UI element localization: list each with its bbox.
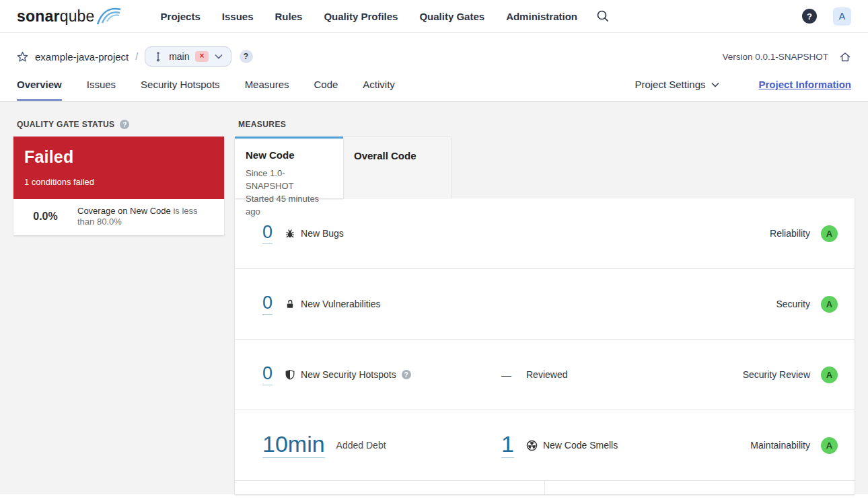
new-code-period: Since 1.0-SNAPSHOT Started 45 minutes ag… <box>246 167 332 218</box>
new-code-smells-count-link[interactable]: 1 <box>501 432 514 459</box>
question-icon: ? <box>122 121 127 128</box>
nav-item-administration[interactable]: Administration <box>506 11 577 22</box>
tab-code[interactable]: Code <box>314 75 338 101</box>
new-code-smells-label: New Code Smells <box>543 440 618 451</box>
nav-item-quality-profiles[interactable]: Quality Profiles <box>324 11 398 22</box>
reviewed-label: Reviewed <box>526 369 567 380</box>
tab-measures[interactable]: Measures <box>245 75 289 101</box>
new-code-tab-label: New Code <box>246 149 332 161</box>
new-bugs-label: New Bugs <box>301 228 344 239</box>
project-tabs-row: Overview Issues Security Hotspots Measur… <box>17 75 851 101</box>
bug-icon <box>285 228 295 239</box>
quality-gate-conditions-summary: 1 conditions failed <box>24 177 213 187</box>
new-vulnerabilities-count-link[interactable]: 0 <box>262 293 273 314</box>
added-debt-link[interactable]: 10min <box>262 432 325 459</box>
branch-name: main <box>169 51 189 62</box>
project-information-link[interactable]: Project Information <box>758 79 851 90</box>
navbar-right: ? A <box>802 7 851 26</box>
tabs-right-actions: Project Settings Project Information <box>635 79 851 97</box>
new-hotspots-label: New Security Hotspots <box>301 369 396 380</box>
logo-swoosh-icon <box>96 3 122 25</box>
quality-gate-panel: Failed 1 conditions failed 0.0% Coverage… <box>13 137 224 235</box>
project-header: example-java-project / main × ? Version … <box>0 33 868 102</box>
branch-failed-badge: × <box>195 51 208 62</box>
measures-column: MEASURES New Code Since 1.0-SNAPSHOT Sta… <box>235 120 855 494</box>
code-smells-group: 1 New Code Smells <box>501 432 618 459</box>
duplications-cell-partial <box>545 481 855 494</box>
logo-text: sonarqube <box>17 6 95 26</box>
favorite-button[interactable] <box>17 51 28 63</box>
new-code-tab[interactable]: New Code Since 1.0-SNAPSHOT Started 45 m… <box>235 137 343 198</box>
security-label: Security <box>776 299 810 309</box>
condition-value: 0.0% <box>13 210 77 223</box>
breadcrumb: example-java-project / main × ? Version … <box>17 45 851 68</box>
new-bugs-count-link[interactable]: 0 <box>262 223 273 243</box>
logo-light: qube <box>60 7 95 25</box>
project-settings-button[interactable]: Project Settings <box>635 79 719 90</box>
new-code-since: Since 1.0-SNAPSHOT <box>246 167 332 192</box>
nav-item-issues[interactable]: Issues <box>222 11 254 22</box>
quality-gate-title: QUALITY GATE STATUS ? <box>17 120 224 129</box>
homepage-button[interactable] <box>839 51 851 63</box>
tab-activity[interactable]: Activity <box>363 75 395 101</box>
tab-issues[interactable]: Issues <box>87 75 116 101</box>
nav-item-quality-gates[interactable]: Quality Gates <box>419 11 484 22</box>
avatar[interactable]: A <box>833 7 851 26</box>
maintainability-label: Maintainability <box>750 440 810 451</box>
reliability-rating-badge[interactable]: A <box>821 225 838 242</box>
overall-code-tab-label: Overall Code <box>354 150 440 161</box>
header-right: Version 0.0.1-SNAPSHOT <box>722 51 851 63</box>
search-button[interactable] <box>596 9 610 23</box>
security-rating-badge[interactable]: A <box>821 296 838 313</box>
star-icon <box>17 51 28 63</box>
security-review-rating-badge[interactable]: A <box>821 367 838 383</box>
search-icon <box>596 9 610 23</box>
help-icon: ? <box>807 11 812 22</box>
tab-security-hotspots[interactable]: Security Hotspots <box>141 75 220 101</box>
nav-item-projects[interactable]: Projects <box>161 11 201 22</box>
measures-panel: 0 <box>235 198 855 494</box>
open-lock-icon <box>285 299 295 309</box>
tab-overview[interactable]: Overview <box>17 75 62 101</box>
condition-description: Coverage on New Code is less than 80.0% <box>77 206 215 227</box>
chevron-down-icon <box>215 54 223 59</box>
top-navbar: sonarqube Projects Issues Rules Quality … <box>0 0 868 33</box>
hotspots-reviewed: — Reviewed <box>501 369 567 381</box>
reliability-rating: Reliability A <box>770 225 838 242</box>
question-icon: ? <box>244 52 248 61</box>
added-debt-label: Added Debt <box>336 440 386 451</box>
project-settings-label: Project Settings <box>635 79 705 90</box>
branch-selector[interactable]: main × <box>145 46 231 67</box>
project-name-link[interactable]: example-java-project <box>35 51 129 63</box>
new-hotspots-count-link[interactable]: 0 <box>262 364 273 385</box>
overall-code-tab[interactable]: Overall Code <box>343 137 451 198</box>
quality-gate-title-text: QUALITY GATE STATUS <box>17 120 114 129</box>
project-tabs: Overview Issues Security Hotspots Measur… <box>17 75 395 101</box>
overview-content: QUALITY GATE STATUS ? Failed 1 condition… <box>0 102 868 494</box>
branch-icon <box>153 51 163 63</box>
reviewed-value: — <box>501 369 511 381</box>
breadcrumb-separator: / <box>135 51 138 62</box>
security-review-label: Security Review <box>743 369 810 380</box>
maintainability-rating-badge[interactable]: A <box>821 437 838 454</box>
hotspots-primary: 0 New Security Hotspots ? <box>262 364 501 385</box>
branch-help-button[interactable]: ? <box>240 50 253 63</box>
hotspots-help-button[interactable]: ? <box>402 370 411 379</box>
security-review-rating: Security Review A <box>743 367 838 383</box>
quality-gate-column: QUALITY GATE STATUS ? Failed 1 condition… <box>13 120 224 494</box>
quality-gate-help-button[interactable]: ? <box>120 120 129 129</box>
shield-icon <box>285 369 295 380</box>
main-nav: Projects Issues Rules Quality Profiles Q… <box>161 11 577 22</box>
measures-tabs: New Code Since 1.0-SNAPSHOT Started 45 m… <box>235 137 855 198</box>
new-code-started: Started 45 minutes ago <box>246 192 332 218</box>
quality-gate-status: Failed <box>24 147 213 167</box>
chevron-down-icon <box>711 82 719 87</box>
measures-title-text: MEASURES <box>238 120 286 129</box>
nav-item-rules[interactable]: Rules <box>275 11 303 22</box>
condition-metric: Coverage on New Code <box>77 206 171 216</box>
help-button[interactable]: ? <box>802 9 817 24</box>
sonarqube-logo[interactable]: sonarqube <box>17 6 122 26</box>
failed-condition-row: 0.0% Coverage on New Code is less than 8… <box>13 199 224 235</box>
quality-gate-banner: Failed 1 conditions failed <box>13 137 224 199</box>
maintainability-rating: Maintainability A <box>750 437 838 454</box>
